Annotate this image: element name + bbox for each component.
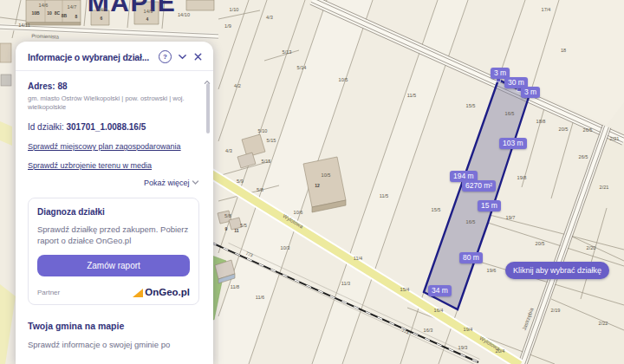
parcel-number-label: 2/20 — [587, 245, 596, 250]
parcel-number-label: 19/3 — [458, 345, 468, 350]
link-utilities[interactable]: Sprawdź uzbrojenie terenu w media — [28, 161, 199, 170]
parcel-number-label: 20/5 — [559, 127, 569, 132]
building-number-label: 4 — [146, 16, 149, 22]
parcel-number-label: 26/5 — [583, 127, 593, 133]
parcel-number-label: 14/6 — [39, 3, 49, 8]
panel-title: Informacje o wybranej dział... — [28, 52, 153, 62]
link-local-plan[interactable]: Sprawdź miejscowy plan zagospodarowania — [28, 142, 199, 151]
close-panel-button[interactable] — [193, 52, 203, 62]
ongeo-logo: OnGeo.pl — [133, 287, 190, 297]
parcel-number-label: 5/14 — [297, 65, 307, 70]
card-body-line2: raport o działce OnGeo.pl — [37, 236, 131, 245]
partner-label: Partner — [37, 289, 60, 296]
parcel-number-label: 5/15 — [262, 159, 271, 164]
diagnosis-card-body: Sprawdź działkę przed zakupem. Pobierz r… — [37, 224, 190, 246]
building-number-label: 8C — [55, 10, 61, 16]
building-number-label: 6 — [101, 16, 103, 21]
parcel-info-panel: Informacje o wybranej dział... ? Adres: … — [16, 42, 213, 364]
parcel-number-label: 4/3 — [266, 15, 273, 20]
parcel-number-label: 15/4 — [400, 287, 410, 292]
collapse-panel-button[interactable] — [178, 52, 187, 62]
card-body-line1: Sprawdź działkę przed zakupem. Pobierz — [37, 224, 188, 234]
chevron-down-icon — [192, 179, 199, 186]
parcel-number-label: 16/5 — [466, 219, 476, 224]
parcel-number-label: 15/5 — [466, 103, 476, 108]
parcel-number-label: 10/6 — [294, 210, 303, 215]
parcel-number-label: 5/8 — [257, 187, 263, 192]
parcel-number-label: 18/8 — [536, 119, 546, 124]
building — [1, 75, 11, 86]
parcel-number-label: 11/8 — [231, 284, 239, 289]
show-more-button[interactable]: Pokaż więcej — [28, 179, 199, 187]
parcel-number-label: 16/3 — [424, 328, 433, 333]
building-number-label: 9 — [225, 226, 228, 231]
parcel-number-label: 5/9 — [237, 179, 244, 184]
section-title-gmina: Twoja gmina na mapie — [28, 321, 199, 331]
chevron-down-icon — [178, 52, 187, 62]
parcel-number-label: 17/4 — [542, 7, 551, 12]
parcel-location-line1: gm. miasto Ostrów Wielkopolski | pow. os… — [28, 94, 199, 103]
show-more-label: Pokaż więcej — [144, 179, 190, 187]
parcel-number-label: 16/4 — [434, 308, 444, 313]
parcel-number-label: 10/5 — [339, 77, 348, 82]
building-number-label: 10B — [31, 10, 40, 16]
street-name-label: Promienista — [31, 33, 60, 39]
parcel-number-label: 16/5 — [505, 111, 515, 116]
help-icon[interactable]: ? — [159, 50, 172, 63]
diagnosis-card: Diagnoza działki Sprawdź działkę przed z… — [28, 198, 199, 305]
parcel-number-label: 20/5 — [536, 241, 545, 246]
parcel-number-label: 19/4 — [464, 327, 473, 332]
parcel-number-label: 2/19 — [551, 308, 561, 313]
building-number-label: 11 — [234, 228, 239, 233]
panel-body: Adres: 88 gm. miasto Ostrów Wielkopolski… — [16, 71, 213, 349]
parcel-number-label: 1/9 — [224, 23, 231, 29]
parcel-id-label: Id działki: — [28, 122, 66, 132]
parcel-number-label: 10/3 — [281, 245, 290, 250]
parcel-address: Adres: 88 — [28, 81, 199, 91]
diagnosis-card-title: Diagnoza działki — [37, 207, 190, 217]
parcel-number-label: 20/4 — [496, 348, 505, 354]
parcel-id-row: Id działki: 301701_1.0088.16/5 — [28, 122, 199, 132]
order-report-button[interactable]: Zamów raport — [37, 255, 190, 276]
parcel-number-label: 11/5 — [380, 193, 388, 198]
parcel-number-label: 1/10 — [230, 7, 239, 12]
parcel-number-label: 5/8 — [224, 213, 231, 218]
ongeo-logo-text: OnGeo.pl — [145, 287, 190, 297]
parcel-number-label: 14/10 — [178, 12, 190, 17]
parcel-number-label: 5/15 — [267, 138, 276, 143]
parcel-number-label: 15/5 — [432, 207, 441, 212]
parcel-number-label: 11/3 — [341, 281, 350, 286]
parcel-number-label: 19/6 — [487, 268, 497, 273]
building — [0, 43, 11, 62]
parcel-number-label: 5/5 — [240, 223, 247, 228]
building-number-label: 8B — [62, 13, 68, 18]
parcel-number-label: 2/21 — [600, 185, 609, 190]
close-icon — [193, 52, 203, 62]
parcel-number-label: 5/10 — [258, 128, 268, 133]
parcel-number-label: 11/6 — [256, 295, 264, 300]
parcel-number-label: 19/8 — [517, 175, 527, 180]
parcel-number-label: 14/11 — [18, 23, 30, 28]
section-body-gmina: Sprawdź informacje o swojej gminie po — [28, 340, 199, 349]
panel-header: Informacje o wybranej dział... ? — [16, 42, 213, 71]
parcel-number-label: 4/3 — [225, 148, 232, 153]
building-number-label: 12 — [315, 183, 320, 188]
ongeo-logo-triangle-icon — [133, 289, 143, 297]
parcel-number-label: 26/5 — [579, 154, 588, 159]
parcel-number-label: 4/2 — [234, 83, 241, 88]
panel-scrollbar-thumb[interactable] — [206, 83, 210, 133]
parcel-number-label: 18 — [561, 48, 566, 53]
parcel-number-label: 2/22 — [599, 321, 608, 326]
building-number-label: 10 — [47, 10, 52, 16]
parcel-number-label: 14/8 — [98, 7, 107, 12]
parcel-number-label: 14/7 — [68, 4, 77, 10]
parcel-location-line2: wielkopolskie — [28, 103, 199, 112]
parcel-number-label: 2/21 — [610, 136, 620, 141]
building-number-label: 8 — [75, 14, 78, 19]
card-footer: Partner OnGeo.pl — [37, 287, 190, 297]
map-tooltip: Kliknij aby wybrać działkę — [505, 262, 609, 279]
parcel-number-label: 11/4 — [354, 256, 362, 261]
parcel-number-label: 5/13 — [283, 49, 292, 55]
parcel-number-label: 10/5 — [322, 172, 331, 178]
parcel-number-label: 19/7 — [506, 215, 516, 220]
